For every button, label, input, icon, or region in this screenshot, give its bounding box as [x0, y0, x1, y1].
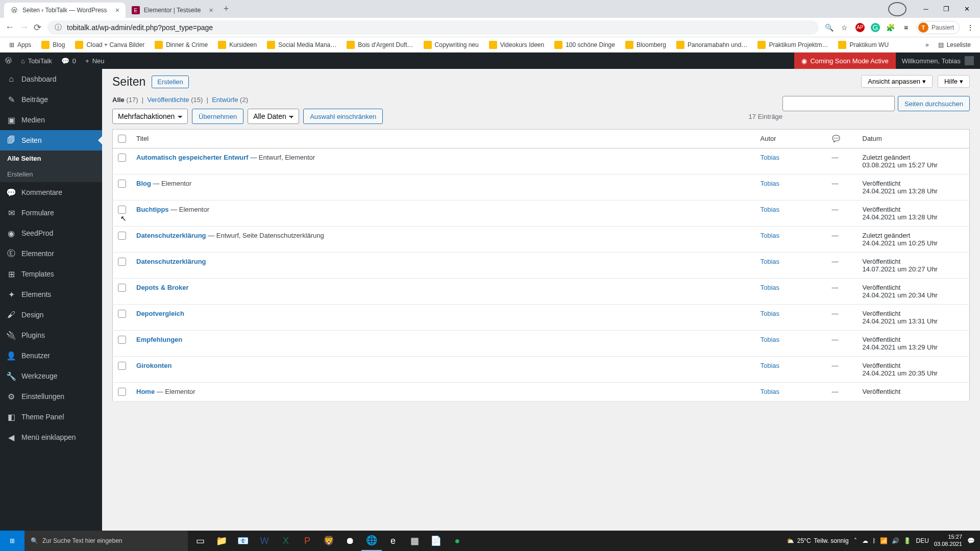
- tray-overflow-icon[interactable]: ˄: [854, 537, 857, 544]
- bookmark-item[interactable]: Bloomberg: [621, 40, 670, 50]
- sidebar-item-kommentare[interactable]: 💬Kommentare: [0, 182, 102, 203]
- language-indicator[interactable]: DEU: [916, 537, 929, 544]
- tab-close-icon[interactable]: ×: [115, 6, 119, 14]
- sidebar-item-einstellungen[interactable]: ⚙Einstellungen: [0, 386, 102, 407]
- taskbar-clock[interactable]: 15:27 03.08.2021: [934, 534, 962, 548]
- author-link[interactable]: Tobias: [761, 362, 780, 369]
- wp-logo-menu[interactable]: Ⓦ: [5, 56, 12, 65]
- page-title-link[interactable]: Depots & Broker: [136, 284, 189, 291]
- bookmark-item[interactable]: 100 schöne Dinge: [550, 40, 619, 50]
- row-checkbox[interactable]: [118, 206, 126, 214]
- filter-all[interactable]: Alle (17): [112, 96, 138, 104]
- site-info-icon[interactable]: ⓘ: [55, 23, 62, 32]
- taskbar-explorer-icon[interactable]: 📁: [211, 531, 232, 551]
- sidebar-item-dashboard[interactable]: ⌂Dashboard: [0, 69, 102, 89]
- column-date[interactable]: Datum: [857, 130, 970, 148]
- bookmark-item[interactable]: Panoramabahn und…: [672, 40, 751, 50]
- wifi-icon[interactable]: 📶: [880, 537, 888, 544]
- bluetooth-icon[interactable]: ᛒ: [872, 537, 876, 544]
- page-title-link[interactable]: Empfehlungen: [136, 336, 182, 343]
- help-button[interactable]: Hilfe ▾: [938, 75, 970, 88]
- new-content-menu[interactable]: +Neu: [85, 57, 104, 65]
- author-link[interactable]: Tobias: [761, 310, 780, 317]
- author-link[interactable]: Tobias: [761, 284, 780, 291]
- weather-widget[interactable]: ⛅ 25°C Teilw. sonnig: [787, 537, 849, 544]
- close-window-button[interactable]: ✕: [958, 2, 976, 16]
- author-link[interactable]: Tobias: [761, 180, 780, 187]
- battery-icon[interactable]: 🔋: [903, 537, 911, 544]
- taskbar-outlook-icon[interactable]: 📧: [233, 531, 253, 551]
- taskbar-excel-icon[interactable]: X: [276, 531, 296, 551]
- select-all-checkbox[interactable]: [118, 135, 126, 143]
- bookmark-item[interactable]: Videokurs Ideen: [485, 40, 549, 50]
- column-title[interactable]: Titel: [131, 130, 755, 148]
- sidebar-item-seiten[interactable]: 🗐Seiten: [0, 130, 102, 151]
- bookmark-item[interactable]: Bois d'Argent Duft…: [342, 40, 417, 50]
- profile-button[interactable]: T Pausiert: [917, 21, 960, 34]
- page-title-link[interactable]: Depotvergleich: [136, 310, 184, 317]
- new-tab-button[interactable]: +: [224, 4, 229, 14]
- site-name-menu[interactable]: ⌂TobiTalk: [21, 57, 52, 65]
- account-status-icon[interactable]: [888, 2, 906, 16]
- forward-button[interactable]: →: [19, 22, 29, 33]
- taskbar-obs-icon[interactable]: ⏺: [340, 531, 360, 551]
- page-title-link[interactable]: Datenschutzerklärung: [136, 258, 206, 265]
- bulk-action-select[interactable]: Mehrfachaktionen: [112, 109, 188, 124]
- row-checkbox[interactable]: [118, 180, 126, 188]
- onedrive-icon[interactable]: ☁: [862, 537, 868, 544]
- bookmark-star-icon[interactable]: ☆: [840, 23, 849, 32]
- page-title-link[interactable]: Buchtipps: [136, 206, 169, 213]
- back-button[interactable]: ←: [5, 22, 14, 33]
- extension-grammarly-icon[interactable]: G: [871, 23, 880, 32]
- taskbar-app-icon[interactable]: ▦: [404, 531, 425, 551]
- sidebar-item-benutzer[interactable]: 👤Benutzer: [0, 345, 102, 366]
- row-checkbox[interactable]: [118, 388, 126, 396]
- url-input[interactable]: ⓘ tobitalk.at/wp-admin/edit.php?post_typ…: [47, 20, 819, 35]
- bookmark-item[interactable]: Blog: [37, 40, 69, 50]
- column-author[interactable]: Autor: [755, 130, 827, 148]
- page-title-link[interactable]: Girokonten: [136, 362, 172, 369]
- row-checkbox[interactable]: [118, 362, 126, 370]
- filter-published[interactable]: Veröffentlichte (15): [147, 96, 203, 104]
- account-menu[interactable]: Willkommen, Tobias: [896, 56, 980, 65]
- page-title-link[interactable]: Home: [136, 388, 155, 395]
- page-title-link[interactable]: Automatisch gespeicherter Entwurf: [136, 154, 249, 161]
- sidebar-item-theme panel[interactable]: ◧Theme Panel: [0, 407, 102, 427]
- sidebar-item-templates[interactable]: ⊞Templates: [0, 264, 102, 284]
- taskbar-search[interactable]: 🔍 Zur Suche Text hier eingeben: [24, 531, 188, 551]
- search-button[interactable]: Seiten durchsuchen: [898, 96, 970, 111]
- taskbar-powerpoint-icon[interactable]: P: [297, 531, 317, 551]
- row-checkbox[interactable]: [118, 154, 126, 162]
- start-button[interactable]: ⊞: [0, 531, 24, 551]
- sidebar-item-plugins[interactable]: 🔌Plugins: [0, 325, 102, 345]
- sidebar-subitem[interactable]: Alle Seiten: [0, 151, 102, 166]
- bookmark-item[interactable]: Dinner & Crime: [151, 40, 212, 50]
- author-link[interactable]: Tobias: [761, 232, 780, 239]
- bookmark-item[interactable]: Social Media Mana…: [263, 40, 340, 50]
- reading-list-button[interactable]: ▤ Leseliste: [934, 40, 975, 49]
- bookmarks-overflow-icon[interactable]: »: [925, 41, 929, 48]
- page-title-link[interactable]: Datenschutzerklärung: [136, 232, 206, 239]
- taskbar-edge-icon[interactable]: e: [383, 531, 403, 551]
- row-checkbox[interactable]: [118, 232, 126, 240]
- extensions-puzzle-icon[interactable]: 🧩: [886, 23, 895, 32]
- task-view-button[interactable]: ▭: [190, 531, 210, 551]
- taskbar-notepad-icon[interactable]: 📄: [426, 531, 446, 551]
- notifications-icon[interactable]: 💬: [967, 537, 975, 544]
- browser-tab-active[interactable]: Ⓦ Seiten ‹ TobiTalk — WordPress ×: [4, 3, 126, 18]
- apps-button[interactable]: ⊞ Apps: [5, 40, 35, 49]
- search-input[interactable]: [782, 96, 895, 111]
- sidebar-subitem[interactable]: Erstellen: [0, 166, 102, 182]
- sidebar-item-medien[interactable]: ▣Medien: [0, 110, 102, 130]
- maximize-window-button[interactable]: ❐: [937, 2, 955, 16]
- row-checkbox[interactable]: [118, 258, 126, 266]
- reading-list-icon[interactable]: ≡: [901, 23, 911, 32]
- taskbar-brave-icon[interactable]: 🦁: [318, 531, 339, 551]
- add-new-page-button[interactable]: Erstellen: [152, 76, 189, 88]
- author-link[interactable]: Tobias: [761, 154, 780, 161]
- minimize-window-button[interactable]: ─: [917, 2, 935, 16]
- sidebar-item-formulare[interactable]: ✉Formulare: [0, 203, 102, 223]
- filter-button[interactable]: Auswahl einschränken: [303, 109, 383, 124]
- sidebar-item-menü einklappen[interactable]: ◀Menü einklappen: [0, 427, 102, 447]
- apply-bulk-button[interactable]: Übernehmen: [192, 109, 243, 124]
